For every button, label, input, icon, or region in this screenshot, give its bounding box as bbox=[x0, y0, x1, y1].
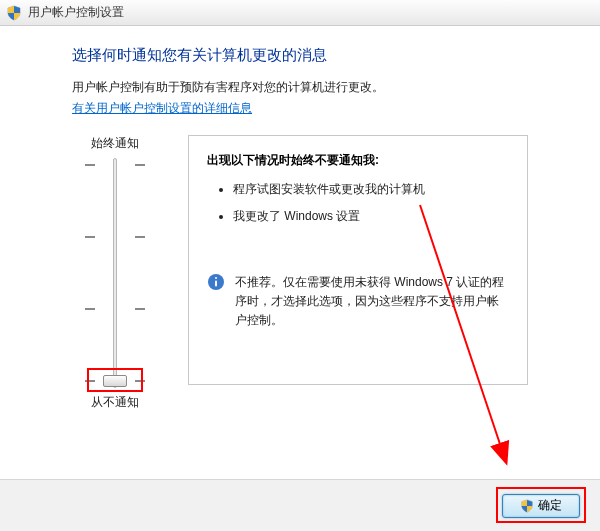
content-area: 选择何时通知您有关计算机更改的消息 用户帐户控制有助于预防有害程序对您的计算机进… bbox=[0, 26, 600, 411]
ok-button-label: 确定 bbox=[538, 497, 562, 514]
slider-label-never: 从不通知 bbox=[72, 394, 158, 411]
info-icon bbox=[207, 273, 225, 291]
svg-rect-2 bbox=[215, 281, 217, 287]
slider-thumb[interactable] bbox=[103, 375, 127, 387]
info-panel: 出现以下情况时始终不要通知我: 程序试图安装软件或更改我的计算机 我更改了 Wi… bbox=[188, 135, 528, 385]
info-list: 程序试图安装软件或更改我的计算机 我更改了 Windows 设置 bbox=[207, 181, 509, 225]
info-item: 我更改了 Windows 设置 bbox=[233, 208, 509, 225]
window-title: 用户帐户控制设置 bbox=[28, 4, 124, 21]
help-link[interactable]: 有关用户帐户控制设置的详细信息 bbox=[72, 100, 252, 117]
uac-shield-icon bbox=[6, 5, 22, 21]
slider-track[interactable] bbox=[113, 158, 117, 388]
info-item: 程序试图安装软件或更改我的计算机 bbox=[233, 181, 509, 198]
info-title: 出现以下情况时始终不要通知我: bbox=[207, 152, 509, 169]
bottom-bar: 确定 bbox=[0, 479, 600, 531]
ok-button[interactable]: 确定 bbox=[502, 494, 580, 518]
page-description: 用户帐户控制有助于预防有害程序对您的计算机进行更改。 bbox=[72, 79, 528, 96]
page-heading: 选择何时通知您有关计算机更改的消息 bbox=[72, 46, 528, 65]
recommendation-text: 不推荐。仅在需要使用未获得 Windows 7 认证的程序时，才选择此选项，因为… bbox=[235, 273, 509, 331]
uac-shield-icon bbox=[520, 499, 534, 513]
titlebar: 用户帐户控制设置 bbox=[0, 0, 600, 26]
slider-label-always: 始终通知 bbox=[72, 135, 158, 152]
notification-slider[interactable]: 始终通知 从不通知 bbox=[72, 135, 158, 411]
svg-rect-1 bbox=[215, 277, 217, 279]
